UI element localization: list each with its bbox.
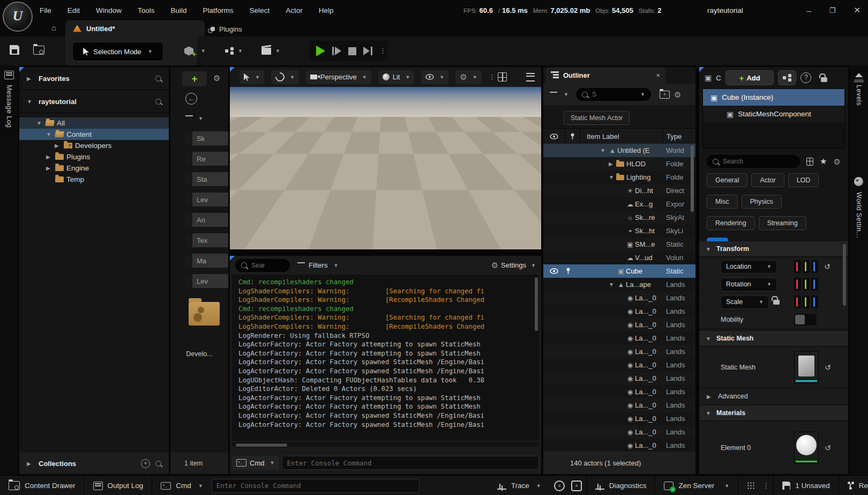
expander-icon[interactable]: ▶ [27, 461, 33, 467]
asset-filter-pill[interactable]: Lev [185, 193, 228, 206]
project-header[interactable]: ▼ rayteutorial [19, 90, 169, 113]
item-label-column-header[interactable]: Item Label [580, 132, 663, 141]
details-chip-actor[interactable]: Actor [751, 173, 784, 187]
visibility-column-header[interactable] [543, 134, 565, 139]
log-cmd-dropdown[interactable]: >_ Cmd▼ [232, 456, 279, 470]
expander-icon[interactable]: ▼ [600, 147, 608, 153]
outliner-row-sm-e[interactable]: ▣SM...eStatic [543, 238, 695, 251]
outliner-row-lighting[interactable]: ▼LightingFolde [543, 171, 695, 184]
outliner-row-la-0[interactable]: ◉La..._0Lands [543, 398, 695, 412]
asset-filter-pill[interactable]: An [185, 213, 228, 227]
location-xyz-fields[interactable] [794, 260, 818, 273]
asset-filter-pill[interactable]: Tex [185, 233, 228, 247]
outliner-row-la-0[interactable]: ◉La..._0Lands [543, 358, 695, 372]
asset-filter-pill[interactable]: Ma [185, 254, 228, 268]
sphere-actor[interactable] [330, 160, 361, 191]
expander-icon[interactable]: ▶ [55, 143, 61, 149]
details-chip-rendering[interactable]: Rendering [707, 216, 755, 230]
tab-outliner[interactable]: Outliner × [545, 67, 665, 84]
tree-item-developers[interactable]: ▶Developers [19, 140, 169, 151]
level-viewport[interactable]: ▼ ▼ Perspective▼ Lit▼ ▼ ⚙▼ ⋮ PROFILING W… [230, 67, 541, 249]
asset-filter-pill[interactable]: Re [185, 152, 228, 166]
perspective-dropdown[interactable]: Perspective▼ [306, 70, 371, 84]
home-icon[interactable]: ⌂ [51, 23, 56, 32]
tree-item-plugins[interactable]: ▶Plugins [19, 151, 169, 162]
reset-icon[interactable]: ↺ [825, 444, 831, 452]
pin-column-header[interactable] [565, 133, 580, 140]
details-chip-lod[interactable]: LOD [788, 173, 819, 187]
outliner-row-la-0[interactable]: ◉La..._0Lands [543, 385, 695, 398]
unsaved-button[interactable]: 1 Unsaved [774, 476, 839, 495]
log-settings-dropdown[interactable]: ⚙Settings▼ [491, 261, 536, 269]
outliner-row-sk-re[interactable]: ☼Sk...reSkyAt [543, 211, 695, 224]
search-icon[interactable] [155, 76, 161, 82]
status-options-menu[interactable]: ⋮ [762, 485, 765, 487]
screenshot-icon[interactable]: ıl [571, 481, 582, 491]
outliner-row-la-0[interactable]: ◉La..._0Lands [543, 412, 695, 425]
outliner-row-la-0[interactable]: ◉La..._0Lands [543, 425, 695, 439]
static-mesh-section-header[interactable]: ▼Static Mesh [699, 331, 848, 346]
tree-item-content[interactable]: ▼Content [19, 129, 169, 140]
snapping-dropdown[interactable]: ▼ [271, 70, 299, 84]
materials-section-header[interactable]: ▼Materials [699, 405, 848, 421]
asset-filter-pill[interactable]: Sk [185, 131, 228, 145]
scale-dropdown[interactable]: Scale▼ [721, 295, 769, 309]
rotation-xyz-fields[interactable] [794, 278, 818, 291]
menu-file[interactable]: File [40, 6, 51, 14]
log-text-area[interactable]: Cmd: recompileshaders changedLogShaderCo… [232, 275, 539, 441]
add-component-button[interactable]: +Add [725, 70, 774, 85]
log-filters-dropdown[interactable]: Filters▼ [297, 261, 338, 269]
blueprints-dropdown[interactable]: ▼ [225, 42, 243, 60]
tab-message-log[interactable]: Message Log [5, 85, 13, 128]
outliner-row-sk-ht[interactable]: ◓Sk...htSkyLi [543, 224, 695, 238]
tab-level-untitled[interactable]: Untitled* [65, 20, 205, 36]
tree-item-all[interactable]: ▼All [19, 117, 169, 129]
tree-item-temp[interactable]: Temp [19, 174, 169, 185]
minimize-button[interactable]: – [806, 6, 811, 15]
reset-icon[interactable]: ↺ [825, 363, 831, 372]
filter-icon[interactable] [550, 92, 557, 98]
outliner-settings-icon[interactable]: ⚙ [674, 91, 681, 99]
expander-icon[interactable]: ▼ [609, 282, 616, 287]
add-collection-icon[interactable]: + [141, 459, 150, 468]
zen-server-dropdown[interactable]: Zen Server▼ [655, 476, 738, 495]
location-dropdown[interactable]: Location▼ [721, 260, 777, 274]
cmd-dropdown[interactable]: >_ Cmd▼ [152, 476, 211, 495]
menu-edit[interactable]: Edit [68, 6, 80, 14]
menu-actor[interactable]: Actor [286, 6, 303, 14]
details-scrollbar[interactable] [843, 244, 846, 306]
expander-icon[interactable]: ▼ [27, 99, 33, 105]
insights-record-icon[interactable]: ıl [554, 481, 565, 491]
expander-icon[interactable]: ▶ [609, 161, 616, 167]
add-actor-dropdown[interactable]: +▼ [184, 42, 206, 60]
type-column-header[interactable]: Type [663, 132, 695, 141]
details-search-input[interactable] [707, 155, 800, 168]
view-mode-dropdown[interactable]: Lit▼ [378, 70, 415, 84]
eye-icon[interactable] [550, 268, 558, 274]
menu-tools[interactable]: Tools [138, 6, 155, 14]
back-button[interactable]: ← [185, 93, 197, 105]
details-chip-physics[interactable]: Physics [742, 195, 782, 209]
viewport-hamburger-menu[interactable] [526, 73, 535, 82]
lock-icon[interactable] [821, 77, 827, 82]
favorites-header[interactable]: ▶ Favorites [19, 67, 169, 90]
cube-actor[interactable] [403, 182, 438, 218]
menu-window[interactable]: Window [96, 6, 122, 14]
outliner-row-hlod[interactable]: ▶HLODFolde [543, 157, 695, 171]
viewport-scene[interactable]: PROFILING WITH DEBUG DEVICE ON! 'Disable… [230, 87, 541, 249]
static-mesh-component-row[interactable]: ▣ StaticMeshComponent [703, 106, 844, 122]
outliner-row-di-ht[interactable]: ☀Di...htDirect [543, 184, 695, 197]
show-flags-dropdown[interactable]: ▼ [421, 70, 448, 84]
outliner-search-input[interactable]: ▼ [576, 88, 651, 101]
static-mesh-thumbnail[interactable] [794, 351, 819, 383]
expander-icon[interactable]: ▶ [27, 76, 33, 82]
save-button[interactable] [10, 45, 19, 55]
menu-select[interactable]: Select [250, 6, 270, 14]
viewport-settings-dropdown[interactable]: ⚙▼ [455, 70, 481, 84]
outliner-row-cube[interactable]: ▣CubeStatic [543, 264, 695, 278]
close-button[interactable]: ✕ [854, 5, 860, 15]
stop-button[interactable] [348, 47, 356, 55]
search-icon[interactable] [155, 461, 161, 467]
diagnostics-button[interactable]: Diagnostics [587, 476, 655, 495]
rotation-dropdown[interactable]: Rotation▼ [721, 278, 777, 291]
